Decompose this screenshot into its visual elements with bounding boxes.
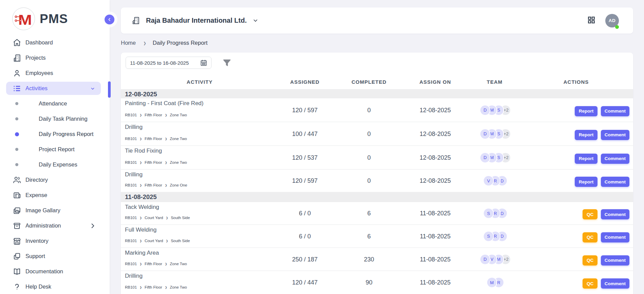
svg-text:M: M bbox=[18, 12, 32, 28]
